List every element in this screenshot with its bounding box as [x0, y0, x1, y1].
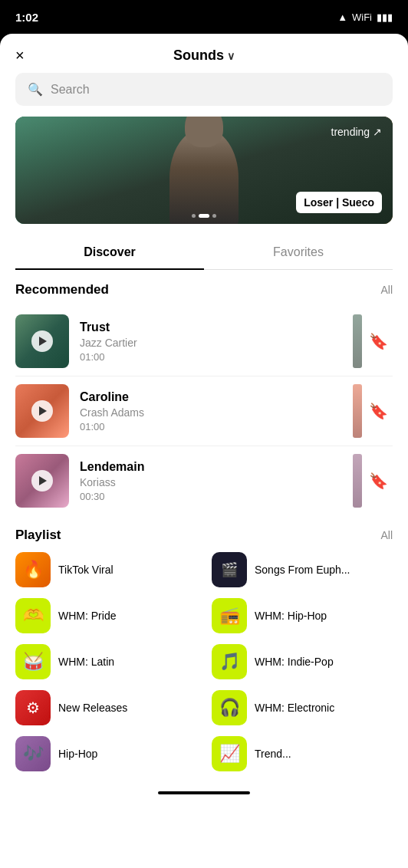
playlist-section: Playlist All 🔥 TikTok Viral 🎬 Songs From [0, 515, 408, 779]
recommended-header: Recommended All [15, 282, 393, 298]
track-info: Trust Jazz Cartier 01:00 [80, 321, 354, 363]
list-item[interactable]: 🔥 TikTok Viral [15, 552, 196, 587]
signal-icon: ▲ [337, 12, 347, 23]
person-shape [169, 128, 239, 224]
list-item[interactable]: 🥁 WHM: Latin [15, 644, 196, 679]
dot-2 [199, 214, 209, 218]
drum-icon: 🥁 [23, 652, 44, 672]
playlist-name: Hip-Hop [58, 748, 196, 760]
play-overlay[interactable] [15, 384, 69, 438]
playlist-icon-euph: 🎬 [212, 552, 247, 587]
music2-icon: 🎶 [23, 744, 44, 764]
playlist-icon-partial1: 🎶 [15, 736, 51, 771]
track-name: Lendemain [80, 460, 354, 474]
track-artist: Jazz Cartier [80, 337, 354, 349]
list-item[interactable]: 📻 WHM: Hip-Hop [212, 598, 393, 633]
track-item: Lendemain Koriass 00:30 🔖 [15, 446, 393, 515]
track-name: Caroline [80, 390, 354, 404]
header-title: Sounds ∨ [173, 48, 235, 64]
playlist-name: TikTok Viral [58, 564, 196, 576]
search-input[interactable]: Search [51, 83, 90, 97]
movie-icon: 🎬 [221, 561, 238, 578]
tab-favorites[interactable]: Favorites [204, 236, 393, 269]
playlist-icon-hiphop: 📻 [212, 598, 247, 633]
track-item: Caroline Crash Adams 01:00 🔖 [15, 376, 393, 446]
list-item[interactable]: 🫶 WHM: Pride [15, 598, 196, 633]
bookmark-button[interactable]: 🔖 [364, 467, 393, 495]
playlist-icon-newreleases: ⚙ [15, 690, 51, 725]
list-item[interactable]: 🎧 WHM: Electronic [212, 690, 393, 725]
music-icon: 🎵 [219, 652, 240, 672]
banner[interactable]: trending ↗ Loser | Sueco [15, 117, 393, 224]
play-overlay[interactable] [15, 454, 69, 508]
header: × Sounds ∨ [0, 34, 408, 73]
track-thumb-lendemain[interactable] [15, 454, 69, 508]
sounds-title: Sounds [173, 48, 224, 64]
search-bar[interactable]: 🔍 Search [15, 73, 393, 106]
track-name: Trust [80, 321, 354, 334]
track-artist: Crash Adams [80, 406, 354, 419]
tab-discover[interactable]: Discover [15, 236, 204, 270]
play-circle [31, 400, 53, 422]
main-content: × Sounds ∨ 🔍 Search trending ↗ [0, 34, 408, 868]
track-thumb-trust[interactable] [15, 314, 69, 368]
bookmark-button[interactable]: 🔖 [364, 397, 393, 425]
bookmark-button[interactable]: 🔖 [364, 327, 393, 355]
track-info: Caroline Crash Adams 01:00 [80, 390, 354, 432]
play-overlay[interactable] [15, 314, 69, 368]
track-duration: 01:00 [80, 421, 354, 432]
playlist-icon-indiepop: 🎵 [212, 644, 247, 679]
bottom-indicator [158, 791, 250, 794]
playlist-icon-tiktok: 🔥 [15, 552, 51, 587]
list-item[interactable]: 📈 Trend... [212, 736, 393, 771]
list-item[interactable]: 🎬 Songs From Euph... [212, 552, 393, 587]
track-duration: 00:30 [80, 491, 354, 502]
banner-trending: trending ↗ [331, 126, 382, 138]
recommended-all[interactable]: All [380, 284, 393, 296]
list-item[interactable]: ⚙ New Releases [15, 690, 196, 725]
list-item[interactable]: 🎶 Hip-Hop [15, 736, 196, 771]
list-item[interactable]: 🎵 WHM: Indie-Pop [212, 644, 393, 679]
headphone-icon: 🎧 [219, 698, 240, 718]
heart-icon: 🫶 [23, 606, 44, 626]
playlist-icon-latin: 🥁 [15, 644, 51, 679]
track-side-thumb [353, 454, 362, 508]
playlist-name: Trend... [255, 748, 393, 760]
track-duration: 01:00 [80, 351, 354, 363]
recommended-section: Recommended All Trust Jazz Cartier 01:0 [0, 270, 408, 515]
play-icon [39, 476, 47, 485]
recommended-title: Recommended [15, 282, 109, 298]
banner-song-label: Loser | Sueco [296, 192, 382, 213]
playlist-name: WHM: Pride [58, 610, 196, 622]
playlist-icon-electronic: 🎧 [212, 690, 247, 725]
track-side-thumb [353, 384, 362, 438]
wifi-icon: WiFi [352, 12, 372, 23]
starburst-icon: ⚙ [26, 699, 40, 717]
track-side-thumb [353, 314, 362, 368]
play-circle [31, 470, 53, 492]
status-icons: ▲ WiFi ▮▮▮ [337, 12, 393, 23]
head-shape [185, 117, 223, 147]
track-info: Lendemain Koriass 00:30 [80, 460, 354, 502]
playlist-name: WHM: Indie-Pop [255, 656, 393, 668]
tabs: Discover Favorites [15, 236, 393, 270]
battery-icon: ▮▮▮ [377, 12, 393, 23]
chevron-down-icon[interactable]: ∨ [227, 50, 235, 62]
bookmark-icon: 🔖 [369, 472, 388, 489]
play-circle [31, 330, 53, 352]
status-time: 1:02 [15, 11, 38, 24]
playlist-name: New Releases [58, 702, 196, 714]
playlist-name: WHM: Latin [58, 656, 196, 668]
playlist-name: WHM: Electronic [255, 702, 393, 714]
bookmark-icon: 🔖 [369, 403, 388, 419]
dot-3 [212, 214, 216, 218]
playlist-all[interactable]: All [380, 529, 393, 541]
track-item: Trust Jazz Cartier 01:00 🔖 [15, 307, 393, 376]
playlist-icon-partial2: 📈 [212, 736, 247, 771]
track-thumb-caroline[interactable] [15, 384, 69, 438]
playlist-title: Playlist [15, 528, 61, 543]
playlist-name: Songs From Euph... [255, 564, 393, 576]
playlist-grid: 🔥 TikTok Viral 🎬 Songs From Euph... 🫶 [15, 552, 393, 725]
playlist-row-partial: 🎶 Hip-Hop 📈 Trend... [15, 736, 393, 779]
close-button[interactable]: × [15, 47, 25, 64]
